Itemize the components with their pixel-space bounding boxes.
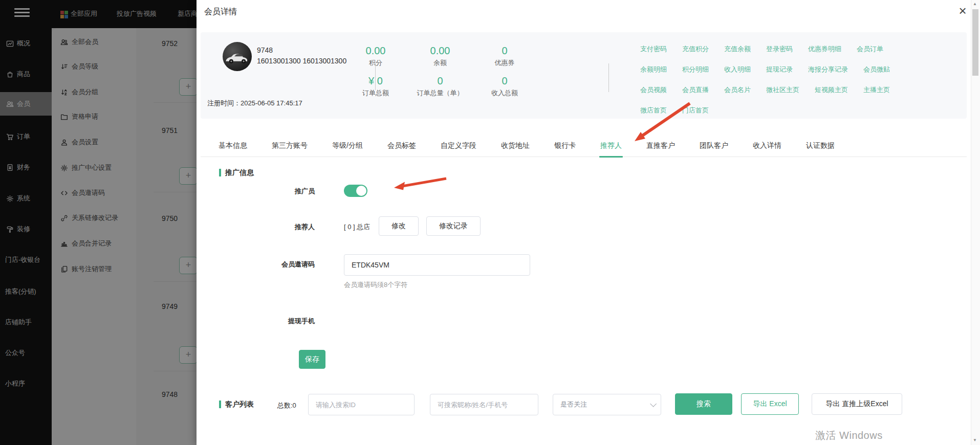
tab-third-party[interactable]: 第三方账号 — [272, 138, 308, 157]
referrer-label: 推荐人 — [258, 222, 315, 232]
customers-total: 总数:0 — [277, 401, 296, 410]
member-link[interactable]: 门店首页 — [682, 106, 709, 115]
follow-select-value: 是否关注 — [560, 400, 587, 409]
tab-custom-fields[interactable]: 自定义字段 — [441, 138, 476, 157]
stat-value: 0.00 — [340, 43, 411, 58]
member-link[interactable]: 余额明细 — [640, 65, 667, 74]
withdraw-phone-label: 提现手机 — [258, 317, 315, 326]
promoter-toggle[interactable] — [344, 185, 367, 197]
windows-activation-watermark: 激活 Windows — [815, 429, 883, 442]
promoter-label: 推广员 — [258, 187, 315, 196]
tab-member-tags[interactable]: 会员标签 — [387, 138, 416, 157]
chevron-down-icon — [650, 400, 657, 407]
member-link[interactable]: 充值余额 — [724, 44, 751, 54]
link-row: 余额明细积分明细收入明细提现记录海报分享记录会员微贴 — [640, 59, 927, 80]
tab-team-customers[interactable]: 团队客户 — [700, 138, 728, 157]
stat-column: 0.00余额0订单总量（单） — [404, 43, 476, 103]
invite-code-hint: 会员邀请码须8个字符 — [344, 280, 407, 290]
member-link[interactable]: 充值积分 — [682, 44, 709, 54]
tab-direct-customers[interactable]: 直推客户 — [646, 138, 675, 157]
member-link[interactable]: 积分明细 — [682, 65, 709, 74]
member-link[interactable]: 会员直播 — [682, 85, 709, 95]
tab-bank-card[interactable]: 银行卡 — [554, 138, 576, 157]
customers-section-title: 客户列表 — [225, 400, 254, 409]
stat-label: 收入总额 — [469, 88, 540, 98]
link-row: 会员视频会员直播会员名片微社区主页短视频主页主播主页 — [640, 80, 927, 100]
member-link[interactable]: 短视频主页 — [815, 85, 848, 95]
member-link[interactable]: 优惠券明细 — [808, 44, 841, 54]
scrollbar-thumb[interactable] — [972, 9, 978, 76]
member-action-links: 支付密码充值积分充值余额登录密码优惠券明细会员订单余额明细积分明细收入明细提现记… — [640, 39, 927, 121]
member-detail-drawer: 会员详情 × 9748 16013001300 16013001300 注册时间… — [197, 0, 980, 445]
modify-log-button[interactable]: 修改记录 — [426, 216, 481, 236]
close-icon[interactable]: × — [955, 3, 970, 19]
member-link[interactable]: 会员订单 — [857, 44, 883, 54]
member-link[interactable]: 会员视频 — [640, 85, 667, 95]
invite-code-input[interactable] — [344, 254, 530, 276]
member-link[interactable]: 微店首页 — [640, 106, 667, 115]
link-row: 支付密码充值积分充值余额登录密码优惠券明细会员订单 — [640, 39, 927, 59]
export-excel-button[interactable]: 导出 Excel — [741, 393, 799, 415]
section-bar — [219, 400, 221, 408]
toggle-knob — [356, 186, 366, 196]
divider — [608, 63, 609, 92]
tab-basic[interactable]: 基本信息 — [219, 138, 247, 157]
search-button[interactable]: 搜索 — [675, 393, 732, 415]
scrollbar-up-icon[interactable]: ▲ — [973, 2, 977, 6]
drawer-title: 会员详情 — [204, 7, 237, 17]
member-summary-card: 9748 16013001300 16013001300 注册时间：2025-0… — [201, 32, 967, 119]
modify-referrer-button[interactable]: 修改 — [379, 216, 419, 236]
stat-value: 0 — [404, 73, 476, 88]
detail-tabs: 基本信息第三方账号等级/分组会员标签自定义字段收货地址银行卡推荐人直推客户团队客… — [201, 138, 967, 157]
scrollbar-down-icon[interactable]: ▼ — [973, 438, 977, 442]
save-button[interactable]: 保存 — [299, 350, 325, 369]
stat-label: 订单总量（单） — [404, 88, 476, 98]
stat-label: 余额 — [404, 58, 476, 68]
link-row: 微店首页门店首页 — [640, 100, 927, 121]
stat-label: 积分 — [340, 58, 411, 68]
tab-referrer[interactable]: 推荐人 — [600, 138, 622, 157]
member-link[interactable]: 海报分享记录 — [808, 65, 848, 74]
section-bar — [219, 169, 221, 176]
member-link[interactable]: 会员名片 — [724, 85, 751, 95]
stat-column: 0优惠券0收入总额 — [469, 43, 540, 103]
promo-section-title: 推广信息 — [225, 168, 254, 177]
referrer-value: [ 0 ] 总店 — [344, 222, 370, 232]
stat-value: 0 — [469, 73, 540, 88]
page: 全部应用 投放广告视频 新店商城 概况商品会员订单财务系统装修门店-收银台推客(… — [0, 0, 980, 445]
member-link[interactable]: 提现记录 — [766, 65, 793, 74]
member-link[interactable]: 微社区主页 — [766, 85, 799, 95]
tab-level-group[interactable]: 等级/分组 — [332, 138, 363, 157]
invite-code-label: 会员邀请码 — [258, 260, 315, 269]
member-link[interactable]: 收入明细 — [724, 65, 751, 74]
export-parent-excel-button[interactable]: 导出 直推上级Excel — [812, 393, 902, 415]
stat-value: 0 — [469, 43, 540, 58]
stat-value: 0.00 — [404, 43, 476, 58]
tab-income-detail[interactable]: 收入详情 — [753, 138, 781, 157]
member-link[interactable]: 支付密码 — [640, 44, 667, 54]
tab-auth-data[interactable]: 认证数据 — [806, 138, 835, 157]
stat-value: ¥ 0 — [340, 73, 411, 88]
follow-select[interactable]: 是否关注 — [553, 394, 661, 415]
stat-label: 订单总额 — [340, 88, 411, 98]
member-link[interactable]: 会员微贴 — [863, 65, 890, 74]
stat-column: 0.00积分¥ 0订单总额 — [340, 43, 411, 103]
member-link[interactable]: 登录密码 — [766, 44, 793, 54]
arrow-to-promoter-toggle — [394, 179, 446, 190]
search-id-input[interactable] — [308, 394, 415, 415]
member-link[interactable]: 主播主页 — [863, 85, 890, 95]
stat-label: 优惠券 — [469, 58, 540, 68]
search-name-input[interactable] — [430, 394, 538, 415]
tab-shipping-address[interactable]: 收货地址 — [501, 138, 530, 157]
